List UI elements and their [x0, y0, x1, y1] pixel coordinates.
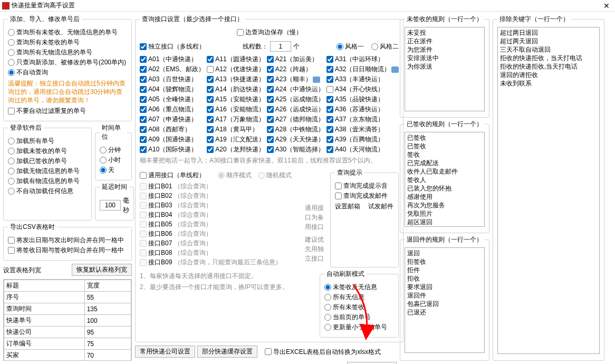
radio-refresh-unsigned-noinfo[interactable]: 未签收及无信息: [324, 283, 394, 292]
radio-query-unsigned[interactable]: 查询所有未签收的单号: [8, 38, 127, 47]
radio-refresh-unsigned[interactable]: 所有未签收: [324, 303, 394, 312]
api-checkbox[interactable]: A19（汇文配送）: [207, 135, 264, 144]
bapi-checkbox[interactable]: 接口B08（综合查询）: [140, 248, 298, 257]
api-checkbox[interactable]: A09（国通快递）: [140, 135, 205, 144]
radio-seq[interactable]: 顺序模式: [218, 170, 252, 180]
bapi-checkbox[interactable]: 接口B09（综合查询，只能查询最后三条信息）: [140, 258, 298, 267]
radio-style1[interactable]: 风格一: [337, 42, 364, 51]
colwidth-table[interactable]: 标题宽度 序号55查询时间135快递单号100快递公司95订单编号75买家70联…: [3, 279, 132, 361]
exclude-keywords-textarea[interactable]: [497, 27, 600, 354]
api-checkbox[interactable]: A24（中通快运）: [267, 85, 324, 94]
api-checkbox[interactable]: A36（苏通快运）: [326, 105, 399, 114]
api-checkbox[interactable]: A17（万象物流）: [207, 115, 264, 124]
radio-no-auto-query[interactable]: 不自动查询: [8, 68, 127, 77]
api-checkbox[interactable]: A40（天河物流）: [326, 145, 399, 154]
api-checkbox[interactable]: A21（加运美）: [267, 55, 324, 64]
return-rules-textarea[interactable]: [405, 247, 485, 353]
cb-merge-sign-date[interactable]: 将签收日期与签收时间合并在同一格中: [8, 246, 127, 255]
api-checkbox[interactable]: A18（黄马甲）: [207, 125, 264, 134]
radio-load-signed[interactable]: 加载已签收的单号: [8, 157, 87, 166]
bapi-checkbox[interactable]: 接口B02（综合查询）: [140, 191, 298, 200]
radio-load-haslogistics[interactable]: 加载有物流信息的单号: [8, 177, 87, 186]
table-row[interactable]: 买家70: [4, 350, 131, 361]
api-checkbox[interactable]: A03（百世快递）: [140, 75, 205, 84]
api-checkbox[interactable]: A05（全峰快递）: [140, 95, 205, 104]
radio-query-new-modified[interactable]: 只查询新添加、被修改的单号(200单内): [8, 58, 127, 67]
radio-load-all[interactable]: 加载所有单号: [8, 137, 87, 146]
api-checkbox[interactable]: A01（中通快递）: [140, 55, 205, 64]
api-checkbox[interactable]: A34（开心快线）: [326, 85, 399, 94]
api-checkbox[interactable]: A15（安能快递）: [207, 95, 264, 104]
api-checkbox[interactable]: A29（天天快递）: [267, 135, 324, 144]
radio-query-nologistics[interactable]: 查询所有无物流信息的单号: [8, 48, 127, 57]
api-checkbox[interactable]: A16（安能物流）: [207, 105, 264, 114]
api-checkbox[interactable]: A30（智能选择）: [267, 145, 324, 154]
api-checkbox[interactable]: A12（优速快递）: [207, 65, 264, 74]
radio-rand[interactable]: 随机模式: [258, 170, 292, 180]
signed-rules-textarea[interactable]: [405, 132, 485, 227]
api-checkbox[interactable]: A27（德邦物流）: [267, 115, 324, 124]
restore-colwidth-button[interactable]: 恢复默认表格列宽: [72, 264, 132, 276]
table-row[interactable]: 快递单号100: [4, 315, 131, 327]
api-checkbox[interactable]: A10（国际快递）: [140, 145, 205, 154]
cb-common-api[interactable]: 通用接口（单线程）: [140, 170, 205, 180]
api-checkbox[interactable]: A23（顺丰）: [267, 75, 324, 84]
table-row[interactable]: 序号55: [4, 292, 131, 303]
radio-refresh-current[interactable]: 当前页的单号: [324, 313, 394, 322]
radio-query-unsigned-nologistics[interactable]: 查询所有未签收、无物流信息的单号: [8, 28, 127, 37]
bapi-checkbox[interactable]: 接口B04（综合查询）: [140, 210, 298, 219]
threads-input[interactable]: [270, 41, 291, 52]
api-checkbox[interactable]: A32（日日顺物流）: [326, 65, 399, 74]
table-row[interactable]: 订单编号75: [4, 338, 131, 350]
delay-input[interactable]: [100, 200, 121, 210]
cb-sound[interactable]: 查询完成提示音: [335, 181, 394, 190]
cb-merge-send-date[interactable]: 将发出日期与发出时间合并在同一格中: [8, 236, 127, 245]
bapi-checkbox[interactable]: 接口B05（综合查询）: [140, 220, 298, 229]
api-checkbox[interactable]: A02（EMS、邮政）: [140, 65, 205, 74]
unsigned-rules-textarea[interactable]: [405, 27, 485, 111]
cb-mail[interactable]: 查询完成发邮件: [335, 191, 394, 200]
api-checkbox[interactable]: A26（远成快运）: [267, 105, 324, 114]
api-checkbox[interactable]: A11（圆通快递）: [207, 55, 264, 64]
bapi-checkbox[interactable]: 接口B06（综合查询）: [140, 229, 298, 238]
api-checkbox[interactable]: A25（远成物流）: [267, 95, 324, 104]
btn-common-company[interactable]: 常用快递公司设置: [135, 346, 195, 358]
cb-xlsx[interactable]: 导出EXCEL表格后自动转换为xlsx格式: [265, 347, 381, 357]
radio-minute[interactable]: 分钟: [100, 146, 127, 155]
radio-load-none[interactable]: 不自动加载任何信息: [8, 187, 87, 196]
api-checkbox[interactable]: A14（韵达快递）: [207, 85, 264, 94]
bapi-checkbox[interactable]: 接口B03（综合查询）: [140, 201, 298, 210]
table-row[interactable]: 查询时间135: [4, 303, 131, 315]
radio-style2[interactable]: 风格二: [371, 42, 399, 51]
link-set-mail[interactable]: 设置邮箱: [335, 202, 360, 211]
api-checkbox[interactable]: A06（重点物流）: [140, 105, 205, 114]
close-icon[interactable]: ✕: [600, 2, 613, 10]
api-checkbox[interactable]: A33（丰通快运）: [326, 75, 399, 84]
cb-indep-api[interactable]: 独立接口（多线程）: [140, 42, 205, 51]
radio-load-unsigned[interactable]: 加载未签收的单号: [8, 147, 87, 156]
radio-day[interactable]: 天: [100, 166, 127, 175]
api-checkbox[interactable]: A38（壹米滴答）: [326, 125, 399, 134]
api-checkbox[interactable]: A20（龙邦快递）: [207, 145, 264, 154]
api-checkbox[interactable]: A22（跨越）: [267, 65, 324, 74]
api-checkbox[interactable]: A07（申通快递）: [140, 115, 205, 124]
api-checkbox[interactable]: A13（快捷速递）: [207, 75, 264, 84]
cb-save-while-query[interactable]: 边查询边保存（慢）: [237, 28, 302, 37]
radio-refresh-noinfo[interactable]: 所有无信息: [324, 293, 394, 302]
radio-refresh-lt3[interactable]: 更新量小于3的单号: [324, 323, 394, 332]
api-checkbox[interactable]: A31（中远环球）: [326, 55, 399, 64]
radio-load-nologistics[interactable]: 加载无物流信息的单号: [8, 167, 87, 176]
bapi-checkbox[interactable]: 接口B07（综合查询）: [140, 239, 298, 248]
radio-hour[interactable]: 小时: [100, 156, 127, 165]
api-checkbox[interactable]: A04（骏辉物流）: [140, 85, 205, 94]
bapi-checkbox[interactable]: 接口B01（综合查询）: [140, 182, 298, 191]
link-test-mail[interactable]: 试发邮件: [368, 202, 393, 211]
cb-no-filter-dup[interactable]: 不要自动过滤重复的单号: [8, 107, 127, 116]
save-button[interactable]: 保存设置: [347, 362, 397, 364]
api-checkbox[interactable]: A28（中铁物流）: [267, 125, 324, 134]
table-row[interactable]: 快递公司95: [4, 327, 131, 338]
api-checkbox[interactable]: A08（西邮寄）: [140, 125, 205, 134]
btn-cache-setting[interactable]: 部分快递缓存设置: [197, 346, 257, 358]
api-checkbox[interactable]: A35（品骏快递）: [326, 95, 399, 104]
api-checkbox[interactable]: A39（百腾物流）: [326, 135, 399, 144]
